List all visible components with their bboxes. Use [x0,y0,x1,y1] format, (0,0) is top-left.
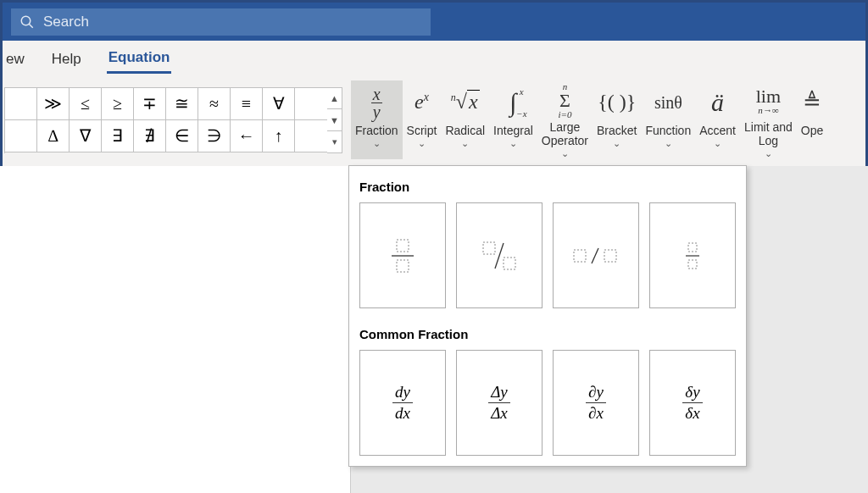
ribbon-tabs: ew Help Equation [3,41,865,77]
fraction-button[interactable]: xy Fraction ⌄ [351,80,403,159]
symbol-cell[interactable]: ≥ [102,88,134,120]
symbol-cell[interactable]: ∄ [134,120,166,152]
radical-button[interactable]: n√x Radical ⌄ [441,80,489,159]
large-operator-button[interactable]: nΣi=0 Large Operator ⌄ [537,80,593,159]
large-operator-icon: nΣi=0 [558,82,571,119]
symbol-cell[interactable]: ≤ [70,88,102,120]
fraction-tile-small[interactable] [649,202,736,308]
integral-icon: ∫x−x [509,82,516,123]
function-label: Function [646,124,692,137]
common-fraction-variation[interactable]: δyδx [649,350,736,456]
title-bar [3,3,865,41]
chevron-down-icon: ⌄ [418,138,426,149]
symbol-cell[interactable]: ∓ [134,88,166,120]
symbol-cell[interactable]: ∆ [37,120,70,152]
limit-log-button[interactable]: limn→∞ Limit and Log ⌄ [740,80,797,159]
fraction-icon: xy [371,82,382,123]
accent-icon: ä [711,82,724,123]
symbol-gallery: ≫ ≤ ≥ ∓ ≅ ≈ ≡ ∀ ∆ ∇ ∃ ∄ ∈ ∋ ← ↑ [4,87,327,153]
svg-rect-11 [688,243,697,252]
gallery-scroll-down[interactable]: ▼ [327,109,342,131]
tab-equation[interactable]: Equation [107,44,172,74]
fraction-numerator: Δy [488,383,510,403]
tab-help[interactable]: Help [50,46,83,73]
operator-button[interactable]: ≜ Ope [797,80,827,159]
symbol-cell[interactable]: ∃ [102,120,134,152]
svg-line-1 [29,24,33,28]
svg-rect-13 [688,260,697,269]
fraction-dropdown: Fraction Common Fraction dydx ΔyΔx ∂y∂x … [348,165,747,467]
operator-icon: ≜ [803,82,821,123]
fraction-tile-linear[interactable] [553,202,639,308]
chevron-down-icon: ⌄ [613,138,620,149]
svg-line-9 [592,248,598,263]
svg-point-0 [21,16,31,25]
symbol-cell[interactable]: ← [231,120,263,152]
chevron-down-icon: ⌄ [714,138,721,149]
common-fraction-dy-dx[interactable]: dydx [359,350,446,456]
svg-rect-5 [483,242,495,254]
operator-label: Ope [801,124,823,137]
fraction-numerator: ∂y [586,383,606,403]
symbol-cell[interactable]: ≫ [37,88,70,120]
accent-button[interactable]: ä Accent ⌄ [695,80,740,159]
search-input[interactable] [43,14,422,30]
gallery-scroll-up[interactable]: ▲ [327,87,342,110]
svg-rect-2 [397,240,409,252]
fraction-denominator: δx [682,403,702,423]
symbol-cell[interactable]: ∇ [70,120,102,152]
svg-rect-4 [397,260,409,272]
document-page[interactable] [0,166,351,493]
symbol-cell[interactable] [295,88,327,120]
script-button[interactable]: ex Script ⌄ [403,80,442,159]
fraction-numerator: dy [392,383,413,403]
script-label: Script [407,124,437,137]
fraction-tile-stacked[interactable] [359,202,446,308]
chevron-down-icon: ⌄ [665,138,672,149]
fraction-section-header: Fraction [359,180,736,194]
chevron-down-icon: ⌄ [509,138,517,149]
symbol-cell[interactable] [295,120,327,152]
search-icon [19,14,35,30]
gallery-expand[interactable]: ▾ [327,131,342,153]
limit-log-label: Limit and Log [744,120,793,147]
svg-line-6 [495,243,504,269]
fraction-denominator: Δx [488,403,510,423]
fraction-tile-skewed[interactable] [456,202,542,308]
limit-log-icon: limn→∞ [756,82,781,119]
function-button[interactable]: sinθ Function ⌄ [642,80,696,159]
common-fraction-partial[interactable]: ∂y∂x [553,350,639,456]
chevron-down-icon: ⌄ [373,138,381,149]
symbol-cell[interactable] [5,120,37,152]
accent-label: Accent [699,124,736,137]
chevron-down-icon: ⌄ [561,148,569,159]
bracket-button[interactable]: {( )} Bracket ⌄ [593,80,641,159]
common-fraction-delta[interactable]: ΔyΔx [456,350,542,456]
common-fraction-section-header: Common Fraction [359,327,736,341]
radical-icon: n√x [451,82,480,123]
large-operator-label: Large Operator [542,120,588,147]
integral-label: Integral [493,124,533,137]
fraction-numerator: δy [682,383,702,403]
fraction-denominator: ∂x [586,403,606,423]
symbol-cell[interactable]: ∋ [198,120,231,152]
svg-rect-8 [574,250,586,262]
radical-label: Radical [445,124,485,137]
chevron-down-icon: ⌄ [461,138,469,149]
symbol-cell[interactable]: ≡ [231,88,263,120]
symbol-cell[interactable]: ≈ [198,88,231,120]
symbol-cell[interactable]: ∈ [166,120,198,152]
symbol-gallery-scroll: ▲ ▼ ▾ [327,87,342,153]
integral-button[interactable]: ∫x−x Integral ⌄ [489,80,537,159]
tab-view[interactable]: ew [3,46,26,73]
function-icon: sinθ [654,82,682,123]
search-box[interactable] [11,8,431,36]
chevron-down-icon: ⌄ [765,148,772,159]
svg-rect-7 [504,258,515,269]
structure-buttons: xy Fraction ⌄ ex Script ⌄ n√x Radical ⌄ … [351,80,827,159]
bracket-label: Bracket [597,124,637,137]
symbol-cell[interactable]: ∀ [263,88,295,120]
symbol-cell[interactable]: ↑ [263,120,295,152]
symbol-cell[interactable] [5,88,37,120]
symbol-cell[interactable]: ≅ [166,88,198,120]
